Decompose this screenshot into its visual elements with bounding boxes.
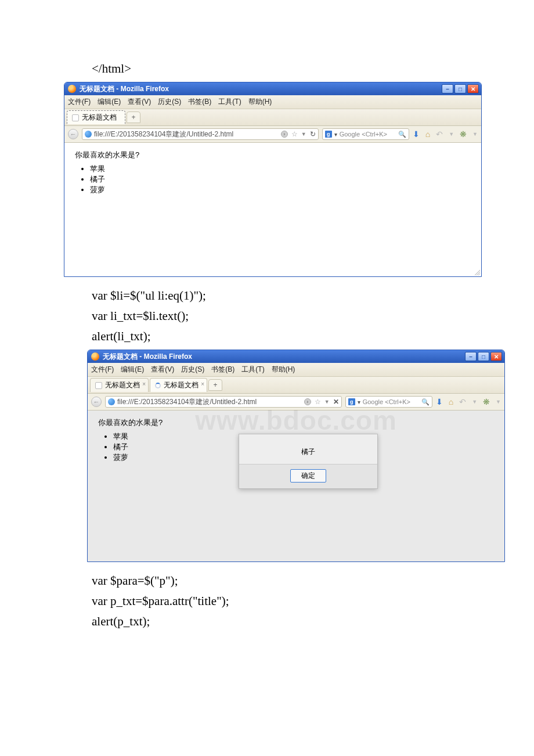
menu-edit[interactable]: 编辑(E) — [98, 97, 121, 107]
list-item: 橘子 — [90, 174, 471, 185]
chevron-down-icon[interactable]: ▼ — [449, 131, 454, 137]
tab-label: 无标题文档 — [105, 380, 140, 390]
home-icon[interactable]: ⌂ — [449, 397, 453, 406]
menu-history[interactable]: 历史(S) — [158, 97, 181, 107]
menu-history[interactable]: 历史(S) — [181, 365, 204, 375]
globe-icon — [108, 398, 115, 405]
url-text: file:///E:/201358234104章建波/Untitled-2.ht… — [94, 129, 233, 139]
code-line: </html> — [92, 62, 470, 76]
alert-message: 橘子 — [239, 434, 377, 464]
window-title: 无标题文档 - Mozilla Firefox — [80, 84, 169, 94]
tab-inactive[interactable]: 无标题文档 × — [90, 378, 149, 392]
search-placeholder: Google <Ctrl+K> — [363, 398, 410, 405]
url-text: file:///E:/201358234104章建波/Untitled-2.ht… — [117, 397, 257, 407]
search-box[interactable]: g ▾ Google <Ctrl+K> 🔍 — [345, 396, 432, 408]
addon-icon[interactable]: ❋ — [460, 129, 467, 139]
chevron-down-icon[interactable]: ▼ — [472, 399, 477, 405]
code-line: var li_txt=$li.text(); — [92, 309, 470, 323]
menu-file[interactable]: 文件(F) — [68, 97, 91, 107]
firefox-window-1: 无标题文档 - Mozilla Firefox – □ ✕ 文件(F) 编辑(E… — [64, 82, 482, 277]
toolbar-icons: ⬇ ⌂ ↶ ▼ ❋ ▼ — [436, 397, 501, 406]
google-icon: g — [325, 131, 332, 138]
code-line: var $li=$("ul li:eq(1)"); — [92, 289, 470, 303]
menu-file[interactable]: 文件(F) — [91, 365, 114, 375]
identity-icon[interactable]: › — [304, 398, 311, 405]
minimize-button[interactable]: – — [442, 84, 453, 93]
titlebar: 无标题文档 - Mozilla Firefox – □ ✕ — [64, 82, 481, 95]
back-button[interactable]: ← — [68, 129, 78, 139]
bookmark-star-icon[interactable]: ☆ — [315, 398, 321, 406]
dropdown-arrow-icon[interactable]: ▼ — [301, 131, 306, 137]
menu-help[interactable]: 帮助(H) — [248, 97, 272, 107]
close-button[interactable]: ✕ — [490, 352, 502, 361]
new-tab-button[interactable]: + — [127, 111, 140, 123]
search-icon[interactable]: 🔍 — [421, 398, 430, 406]
list-item: 苹果 — [90, 164, 471, 174]
tab-close-icon[interactable]: × — [142, 381, 146, 387]
menu-view[interactable]: 查看(V) — [151, 365, 174, 375]
reload-icon[interactable]: ↻ — [310, 130, 316, 138]
menubar: 文件(F) 编辑(E) 查看(V) 历史(S) 书签(B) 工具(T) 帮助(H… — [88, 363, 504, 377]
search-placeholder: Google <Ctrl+K> — [340, 131, 387, 138]
stop-icon[interactable]: ✕ — [333, 398, 339, 406]
alert-ok-button[interactable]: 确定 — [290, 469, 326, 483]
close-button[interactable]: ✕ — [467, 84, 479, 93]
tab-label: 无标题文档 — [82, 113, 117, 123]
alert-dialog: 橘子 确定 — [239, 434, 378, 489]
navbar: ← file:///E:/201358234104章建波/Untitled-2.… — [88, 394, 504, 411]
dropdown-arrow-icon[interactable]: ▼ — [324, 399, 330, 405]
back-button[interactable]: ← — [91, 397, 102, 407]
loading-spinner-icon — [155, 383, 161, 388]
resize-grip[interactable] — [474, 269, 480, 275]
url-bar[interactable]: file:///E:/201358234104章建波/Untitled-2.ht… — [82, 128, 319, 140]
window-title: 无标题文档 - Mozilla Firefox — [103, 352, 192, 362]
document-page: </html> 无标题文档 - Mozilla Firefox – □ ✕ 文件… — [0, 0, 534, 669]
tabstrip: 无标题文档 + — [64, 109, 481, 126]
menu-tools[interactable]: 工具(T) — [218, 97, 241, 107]
code-line: alert(p_txt); — [92, 614, 470, 629]
download-icon[interactable]: ⬇ — [436, 397, 443, 406]
tab-loading[interactable]: 无标题文档 × — [150, 378, 207, 392]
list-item: 菠萝 — [90, 185, 471, 195]
titlebar: 无标题文档 - Mozilla Firefox – □ ✕ — [88, 350, 504, 363]
menu-help[interactable]: 帮助(H) — [272, 365, 295, 375]
toolbar-icons: ⬇ ⌂ ↶ ▼ ❋ ▼ — [413, 129, 478, 139]
search-icon[interactable]: 🔍 — [398, 131, 406, 138]
url-bar[interactable]: file:///E:/201358234104章建波/Untitled-2.ht… — [105, 396, 342, 408]
minimize-button[interactable]: – — [465, 352, 477, 361]
menu-tools[interactable]: 工具(T) — [241, 365, 264, 375]
undo-icon[interactable]: ↶ — [459, 397, 466, 406]
home-icon[interactable]: ⌂ — [425, 129, 430, 139]
bookmark-star-icon[interactable]: ☆ — [291, 130, 298, 138]
google-icon: g — [348, 398, 355, 405]
maximize-button[interactable]: □ — [454, 84, 466, 93]
new-tab-button[interactable]: + — [208, 379, 222, 391]
maximize-button[interactable]: □ — [478, 352, 489, 361]
search-box[interactable]: g ▾ Google <Ctrl+K> 🔍 — [322, 128, 409, 140]
menu-bookmarks[interactable]: 书签(B) — [188, 97, 211, 107]
page-favicon — [95, 382, 102, 389]
globe-icon — [85, 131, 92, 138]
tabstrip: 无标题文档 × 无标题文档 × + — [88, 377, 504, 394]
identity-icon[interactable]: › — [281, 131, 288, 138]
chevron-down-icon[interactable]: ▼ — [496, 399, 501, 405]
navbar: ← file:///E:/201358234104章建波/Untitled-2.… — [64, 126, 481, 143]
page-favicon — [72, 114, 79, 121]
addon-icon[interactable]: ❋ — [483, 397, 490, 406]
content-heading: 你最喜欢的水果是? — [98, 417, 494, 428]
code-line: var p_txt=$para.attr("title"); — [92, 594, 470, 609]
menu-view[interactable]: 查看(V) — [128, 97, 151, 107]
menu-bookmarks[interactable]: 书签(B) — [211, 365, 234, 375]
download-icon[interactable]: ⬇ — [413, 129, 420, 139]
tab-active[interactable]: 无标题文档 — [67, 110, 125, 124]
tab-close-icon[interactable]: × — [201, 381, 204, 387]
menu-edit[interactable]: 编辑(E) — [121, 365, 144, 375]
firefox-icon — [91, 352, 99, 361]
tab-label: 无标题文档 — [164, 380, 199, 390]
code-line: var $para=$("p"); — [92, 574, 470, 588]
page-content: www.bdoc.com 你最喜欢的水果是? 苹果 橘子 菠萝 橘子 确定 — [88, 411, 504, 561]
undo-icon[interactable]: ↶ — [436, 129, 443, 139]
menubar: 文件(F) 编辑(E) 查看(V) 历史(S) 书签(B) 工具(T) 帮助(H… — [64, 95, 481, 109]
page-content: 你最喜欢的水果是? 苹果 橘子 菠萝 — [64, 143, 481, 276]
chevron-down-icon[interactable]: ▼ — [472, 131, 478, 137]
